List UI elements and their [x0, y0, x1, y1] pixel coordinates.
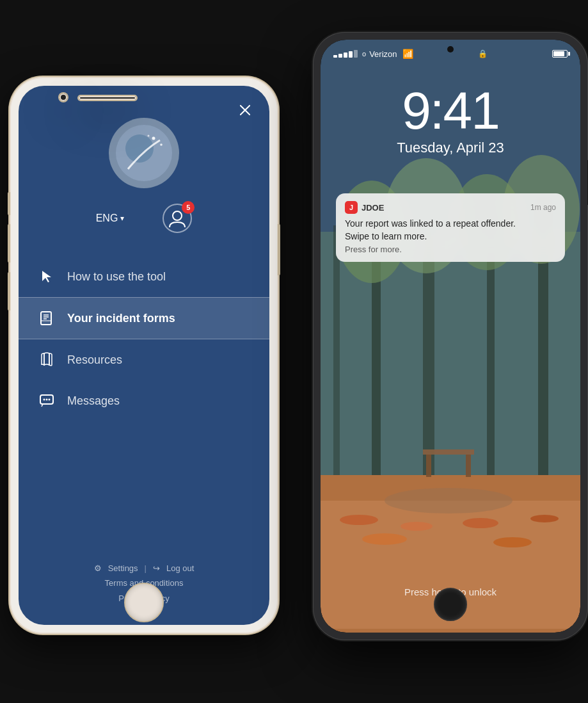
front-camera-right: [447, 46, 454, 53]
svg-point-31: [530, 515, 559, 522]
svg-point-5: [173, 211, 182, 220]
menu-list: How to use the tool Your incident forms: [19, 256, 269, 421]
carrier-name: Verizon: [369, 49, 397, 59]
right-phone-screen: o Verizon 📶 🔒 9:41: [321, 40, 580, 633]
close-button[interactable]: [235, 100, 255, 120]
svg-rect-21: [333, 225, 340, 475]
svg-rect-34: [423, 449, 474, 455]
lock-screen: o Verizon 📶 🔒 9:41: [321, 40, 580, 633]
signal-dot-3: [344, 53, 347, 58]
svg-point-3: [160, 143, 163, 146]
left-phone-screen: ENG ▾ 5: [19, 86, 269, 625]
home-button-left[interactable]: [124, 583, 164, 622]
settings-icon: ⚙: [94, 561, 102, 576]
volume-down-button: [8, 272, 10, 311]
footer-divider: |: [145, 561, 147, 576]
svg-point-2: [152, 137, 155, 140]
notification-app-name: JDOE: [362, 203, 384, 213]
user-row: ENG ▾ 5: [19, 204, 269, 233]
logo-area: [19, 86, 269, 188]
signal-dot-5: [354, 50, 358, 58]
volume-up-button: [8, 224, 10, 263]
book-icon: [38, 351, 56, 369]
document-icon: [38, 309, 56, 327]
svg-point-37: [385, 488, 513, 513]
svg-point-12: [44, 399, 45, 401]
mute-switch: [8, 192, 10, 215]
svg-point-33: [493, 537, 532, 547]
notification-card[interactable]: J JDOE 1m ago Your report was linked to …: [336, 193, 565, 262]
status-center: 🔒: [413, 49, 553, 58]
clock-time: 9:41: [321, 85, 580, 137]
user-avatar-button[interactable]: 5: [163, 204, 192, 233]
svg-rect-36: [466, 455, 471, 477]
notification-badge: 5: [182, 201, 195, 214]
status-right: [552, 50, 568, 58]
svg-rect-35: [426, 455, 431, 477]
notification-message-line2: Swipe to learn more.: [345, 230, 556, 243]
svg-point-32: [362, 533, 407, 545]
chat-icon: [38, 392, 56, 410]
menu-item-how-to[interactable]: How to use the tool: [19, 256, 269, 297]
wifi-icon: 📶: [402, 49, 413, 59]
menu-item-incident-forms[interactable]: Your incident forms: [19, 297, 269, 339]
cursor-icon: [38, 268, 56, 286]
menu-item-how-to-label: How to use the tool: [67, 270, 166, 284]
menu-item-resources-label: Resources: [67, 353, 122, 367]
chevron-down-icon: ▾: [120, 214, 124, 223]
settings-link[interactable]: Settings: [108, 561, 138, 576]
svg-point-14: [49, 399, 51, 401]
phones-container: ENG ▾ 5: [0, 0, 588, 703]
svg-point-29: [401, 522, 433, 531]
signal-o: o: [362, 50, 366, 58]
menu-item-messages[interactable]: Messages: [19, 380, 269, 421]
logout-link[interactable]: Log out: [166, 561, 194, 576]
menu-item-incident-forms-label: Your incident forms: [67, 312, 175, 325]
right-phone: o Verizon 📶 🔒 9:41: [313, 32, 588, 640]
notification-time: 1m ago: [530, 203, 556, 212]
front-camera: [60, 93, 67, 101]
app-logo: [109, 118, 179, 188]
svg-point-28: [340, 515, 378, 525]
notification-message-line1: Your report was linked to a repeat offen…: [345, 218, 556, 230]
lock-clock: 9:41 Tuesday, April 23: [321, 85, 580, 156]
menu-item-messages-label: Messages: [67, 394, 120, 408]
svg-point-13: [46, 399, 48, 401]
lock-icon: 🔒: [478, 49, 488, 58]
carrier-info: o Verizon 📶: [333, 49, 413, 59]
notification-press-more: Press for more.: [345, 245, 556, 254]
status-bar: o Verizon 📶 🔒: [321, 40, 580, 68]
menu-item-resources[interactable]: Resources: [19, 339, 269, 380]
speaker-bar: [79, 96, 136, 100]
svg-point-4: [148, 135, 150, 137]
notification-body: Your report was linked to a repeat offen…: [345, 218, 556, 243]
clock-date: Tuesday, April 23: [321, 140, 580, 156]
signal-dot-4: [349, 51, 353, 58]
home-button-right[interactable]: [434, 588, 467, 621]
notification-app-info: J JDOE: [345, 201, 384, 214]
power-button: [278, 224, 280, 275]
svg-point-30: [463, 518, 498, 528]
signal-dot-1: [333, 55, 337, 58]
battery-icon: [552, 50, 568, 58]
signal-strength: [333, 50, 358, 58]
footer-row-1: ⚙ Settings | ↪ Log out: [19, 561, 269, 576]
language-label: ENG: [96, 213, 118, 224]
logout-icon: ↪: [153, 561, 160, 576]
language-selector[interactable]: ENG ▾: [96, 213, 125, 224]
notification-app-icon: J: [345, 201, 358, 214]
notification-header: J JDOE 1m ago: [345, 201, 556, 214]
battery-fill: [553, 51, 564, 56]
signal-dot-2: [338, 54, 342, 58]
left-phone: ENG ▾ 5: [10, 77, 278, 634]
svg-rect-6: [41, 312, 51, 325]
